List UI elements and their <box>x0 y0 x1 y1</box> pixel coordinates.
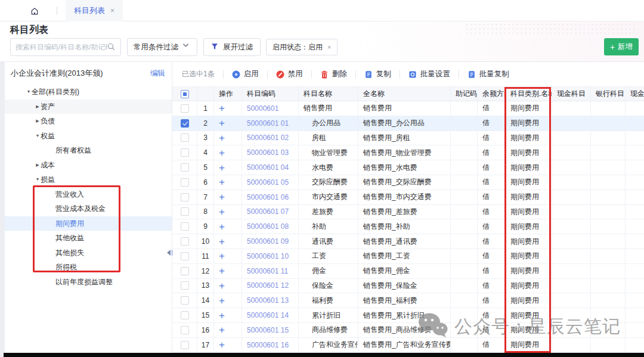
table-row[interactable]: 10 + 50000601 09 通讯费 销售费用_通讯费 借 期间费用 <box>172 234 644 249</box>
row-checkbox[interactable] <box>181 163 189 172</box>
table-row[interactable]: 15 + 50000601 14 累计折旧 销售费用_累计折旧 借 期间费用 <box>172 308 644 323</box>
row-checkbox[interactable] <box>181 281 189 290</box>
expand-filter-button[interactable]: 展开过滤 <box>203 38 261 56</box>
account-code-link[interactable]: 50000601 11 <box>247 267 288 275</box>
select-all-checkbox[interactable] <box>181 90 189 98</box>
account-code-link[interactable]: 50000601 02 <box>247 134 289 142</box>
table-row[interactable]: 8 + 50000601 07 差旅费 销售费用_差旅费 借 期间费用 <box>172 205 644 220</box>
tree-arrow-icon[interactable]: ▶ <box>35 114 41 128</box>
tree-item-3[interactable]: ▼ 权益 <box>5 129 172 144</box>
account-code-link[interactable]: 50000601 06 <box>247 193 289 201</box>
row-checkbox[interactable] <box>181 296 189 305</box>
tree-item-9[interactable]: 期间费用 <box>5 216 172 231</box>
account-code-link[interactable]: 50000601 14 <box>247 311 289 319</box>
table-row[interactable]: 2 + 50000601 01 办公用品 销售费用_办公用品 借 期间费用 <box>172 116 644 131</box>
tree-item-1[interactable]: ▶ 资产 <box>5 100 172 114</box>
batch-settings-button[interactable]: 批量设置 <box>408 69 450 79</box>
table-row[interactable]: 14 + 50000601 13 福利费 销售费用_福利费 借 期间费用 <box>172 293 644 308</box>
tab-close-icon[interactable]: × <box>110 7 114 15</box>
add-child-plus-icon[interactable]: + <box>219 222 225 232</box>
account-code-link[interactable]: 50000601 12 <box>247 281 289 290</box>
tree-item-7[interactable]: 营业收入 <box>5 187 172 202</box>
tree-item-2[interactable]: ▶ 负债 <box>5 114 172 129</box>
tree-arrow-icon[interactable]: ▶ <box>35 100 41 113</box>
add-child-plus-icon[interactable]: + <box>219 103 225 113</box>
row-checkbox[interactable] <box>181 341 189 349</box>
table-row[interactable]: 9 + 50000601 08 补助 销售费用_补助 借 期间费用 <box>172 219 644 234</box>
row-checkbox[interactable] <box>181 252 189 260</box>
account-code-link[interactable]: 50000601 13 <box>247 296 289 305</box>
tree-item-8[interactable]: 营业成本及税金 <box>5 201 172 216</box>
account-code-link[interactable]: 50000601 16 <box>247 341 289 349</box>
account-code-link[interactable]: 50000601 01 <box>247 119 289 128</box>
tree-item-4[interactable]: 所有者权益 <box>5 143 172 158</box>
table-row[interactable]: 3 + 50000601 02 房租 销售费用_房租 借 期间费用 <box>172 131 644 146</box>
enable-button[interactable]: 启用 <box>232 69 259 79</box>
account-code-link[interactable]: 50000601 04 <box>247 163 289 172</box>
tree-item-10[interactable]: 其他收益 <box>5 231 172 246</box>
row-checkbox[interactable] <box>181 267 189 275</box>
account-code-link[interactable]: 50000601 07 <box>247 207 289 216</box>
tree-item-11[interactable]: 其他损失 <box>5 246 172 260</box>
row-checkbox[interactable] <box>181 237 189 246</box>
delete-button[interactable]: 删除 <box>320 69 347 79</box>
preset-filter-select[interactable]: 常用条件过滤 <box>127 38 197 56</box>
search-input[interactable] <box>16 43 107 51</box>
table-row[interactable]: 13 + 50000601 12 保险金 销售费用_保险金 借 期间费用 <box>172 279 644 294</box>
tree-arrow-icon[interactable]: ▼ <box>26 85 32 98</box>
account-code-link[interactable]: 50000601 10 <box>247 252 289 260</box>
row-checkbox[interactable] <box>181 311 189 319</box>
add-child-plus-icon[interactable]: + <box>219 251 225 261</box>
table-row[interactable]: 1 + 50000601 销售费用 销售费用 借 期间费用 <box>172 101 644 116</box>
edit-link[interactable]: 编辑 <box>150 69 165 79</box>
table-row[interactable]: 17 + 50000601 16 广告和业务宣传费 销售费用_广告和业务宣传费 … <box>172 338 644 353</box>
add-child-plus-icon[interactable]: + <box>219 266 225 276</box>
row-checkbox[interactable] <box>181 222 189 231</box>
account-code-link[interactable]: 50000601 08 <box>247 222 289 231</box>
table-row[interactable]: 6 + 50000601 05 交际应酬费 销售费用_交际应酬费 借 期间费用 <box>172 175 644 190</box>
row-checkbox[interactable] <box>181 326 189 334</box>
tree-item-0[interactable]: ▼ 全部(科目类别) <box>5 85 172 100</box>
account-code-link[interactable]: 50000601 03 <box>247 148 289 157</box>
tree-arrow-icon[interactable]: ▶ <box>35 159 41 172</box>
add-child-plus-icon[interactable]: + <box>219 177 225 187</box>
tree-item-13[interactable]: 以前年度损益调整 <box>5 275 172 290</box>
table-row[interactable]: 5 + 50000601 04 水电费 销售费用_水电费 借 期间费用 <box>172 160 644 175</box>
add-child-plus-icon[interactable]: + <box>219 340 225 350</box>
copy-button[interactable]: 复制 <box>364 69 391 79</box>
table-row[interactable]: 16 + 50000601 15 商品维修费 销售费用_商品维修费 借 期间费用 <box>172 323 644 338</box>
search-box[interactable] <box>10 38 121 56</box>
row-checkbox[interactable] <box>181 134 189 142</box>
add-child-plus-icon[interactable]: + <box>219 133 225 143</box>
row-checkbox[interactable] <box>181 193 189 201</box>
tree-item-5[interactable]: ▶ 成本 <box>5 158 172 173</box>
batch-copy-button[interactable]: 批量复制 <box>467 69 509 79</box>
table-row[interactable]: 7 + 50000601 06 市内交通费 销售费用_市内交通费 借 期间费用 <box>172 190 644 205</box>
add-child-plus-icon[interactable]: + <box>219 237 225 247</box>
table-row[interactable]: 11 + 50000601 10 工资 销售费用_工资 借 期间费用 <box>172 249 644 264</box>
add-child-plus-icon[interactable]: + <box>219 192 225 202</box>
row-checkbox[interactable] <box>181 178 189 187</box>
account-code-link[interactable]: 50000601 <box>247 104 278 113</box>
account-code-link[interactable]: 50000601 15 <box>247 326 289 334</box>
add-child-plus-icon[interactable]: + <box>219 118 225 128</box>
add-child-plus-icon[interactable]: + <box>219 325 225 335</box>
add-child-plus-icon[interactable]: + <box>219 281 225 291</box>
row-checkbox[interactable] <box>181 207 189 216</box>
table-row[interactable]: 12 + 50000601 11 佣金 销售费用_佣金 借 期间费用 <box>172 264 644 279</box>
add-child-plus-icon[interactable]: + <box>219 207 225 217</box>
row-checkbox[interactable] <box>181 119 189 128</box>
tab-subject-list[interactable]: 科目列表 × <box>66 0 123 21</box>
home-button[interactable] <box>28 4 41 17</box>
table-row[interactable]: 4 + 50000601 03 物业管理费 销售费用_物业管理费 借 期间费用 <box>172 145 644 160</box>
tree-item-12[interactable]: 所得税 <box>5 260 172 275</box>
add-child-plus-icon[interactable]: + <box>219 311 225 321</box>
row-checkbox[interactable] <box>181 148 189 157</box>
tree-arrow-icon[interactable]: ▼ <box>35 129 41 142</box>
add-child-plus-icon[interactable]: + <box>219 163 225 173</box>
account-code-link[interactable]: 50000601 09 <box>247 237 289 246</box>
account-code-link[interactable]: 50000601 05 <box>247 178 289 187</box>
filter-tag-close-icon[interactable]: × <box>327 44 331 51</box>
add-child-plus-icon[interactable]: + <box>219 148 225 158</box>
tree-item-6[interactable]: ▼ 损益 <box>5 172 172 187</box>
